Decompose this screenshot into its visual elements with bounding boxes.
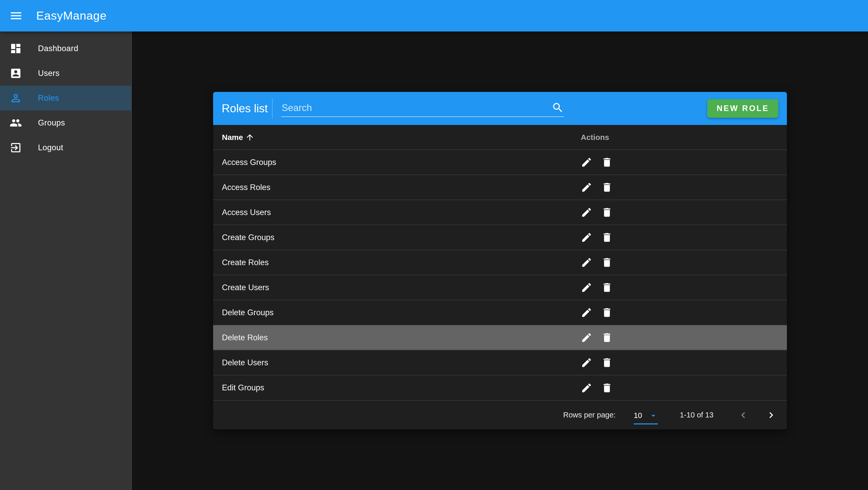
- table-row[interactable]: Create Groups: [213, 225, 787, 250]
- role-name: Delete Roles: [213, 325, 581, 350]
- delete-icon: [601, 157, 613, 168]
- role-name: Create Users: [213, 275, 581, 300]
- role-name: Access Users: [213, 200, 581, 225]
- delete-button[interactable]: [601, 357, 613, 368]
- table-header-row: Name Actions: [213, 125, 787, 150]
- delete-button[interactable]: [601, 182, 613, 193]
- sidebar-item-roles[interactable]: Roles: [0, 86, 131, 110]
- table-row[interactable]: Delete Users: [213, 350, 787, 375]
- edit-button[interactable]: [581, 157, 592, 168]
- edit-icon: [581, 282, 592, 293]
- delete-icon: [601, 182, 613, 193]
- edit-icon: [581, 382, 592, 394]
- sidebar-item-logout[interactable]: Logout: [0, 135, 131, 160]
- delete-icon: [601, 232, 613, 243]
- delete-icon: [601, 282, 613, 293]
- delete-icon: [601, 357, 613, 368]
- delete-button[interactable]: [601, 232, 613, 243]
- menu-button[interactable]: [8, 8, 24, 24]
- edit-button[interactable]: [581, 332, 592, 344]
- delete-button[interactable]: [601, 157, 613, 168]
- delete-button[interactable]: [601, 282, 613, 293]
- page-title: Roles list: [213, 102, 272, 115]
- table-row[interactable]: Create Roles: [213, 250, 787, 275]
- role-name: Access Roles: [213, 175, 581, 200]
- edit-icon: [581, 332, 592, 344]
- edit-icon: [581, 157, 592, 168]
- hamburger-icon: [9, 9, 23, 23]
- chevron-left-icon: [737, 409, 749, 421]
- delete-button[interactable]: [601, 257, 613, 268]
- edit-button[interactable]: [581, 357, 592, 368]
- role-name: Edit Groups: [213, 375, 581, 400]
- edit-button[interactable]: [581, 382, 592, 394]
- edit-button[interactable]: [581, 182, 592, 193]
- chevron-right-icon: [765, 409, 777, 421]
- people-icon: [9, 117, 22, 129]
- sidebar-item-label: Roles: [38, 94, 59, 103]
- delete-button[interactable]: [601, 332, 613, 344]
- sidebar-item-label: Groups: [38, 118, 65, 128]
- sidebar-item-label: Users: [38, 69, 59, 78]
- role-name: Create Roles: [213, 250, 581, 275]
- role-name: Access Groups: [213, 150, 581, 175]
- person-outline-icon: [9, 92, 22, 104]
- table-row[interactable]: Access Users: [213, 200, 787, 225]
- header-divider: [272, 98, 273, 119]
- edit-button[interactable]: [581, 257, 592, 268]
- logout-icon: [9, 141, 22, 154]
- column-header-actions: Actions: [581, 125, 787, 150]
- search-icon[interactable]: [552, 101, 564, 114]
- delete-button[interactable]: [601, 206, 613, 218]
- edit-icon: [581, 257, 592, 268]
- search-input[interactable]: [281, 102, 552, 116]
- top-app-bar: EasyManage: [0, 0, 868, 32]
- table-row[interactable]: Edit Groups: [213, 375, 787, 400]
- edit-button[interactable]: [581, 307, 592, 318]
- rows-per-page-value: 10: [634, 411, 642, 420]
- account-box-icon: [9, 67, 22, 79]
- edit-button[interactable]: [581, 232, 592, 243]
- card-header: Roles list NEW ROLE: [213, 92, 787, 125]
- table-row[interactable]: Create Users: [213, 275, 787, 300]
- sidebar-item-dashboard[interactable]: Dashboard: [0, 36, 131, 61]
- roles-table: Name Actions Access Groups Access Roles: [213, 125, 787, 400]
- role-name: Create Groups: [213, 225, 581, 250]
- edit-icon: [581, 307, 592, 318]
- delete-icon: [601, 206, 613, 218]
- rows-per-page-label: Rows per page:: [563, 411, 616, 419]
- table-row[interactable]: Access Roles: [213, 175, 787, 200]
- search-field: [281, 100, 564, 117]
- table-row[interactable]: Delete Groups: [213, 300, 787, 325]
- edit-icon: [581, 182, 592, 193]
- edit-icon: [581, 206, 592, 218]
- column-header-name-label: Name: [222, 133, 243, 141]
- delete-icon: [601, 332, 613, 344]
- edit-icon: [581, 357, 592, 368]
- rows-per-page-select[interactable]: 10: [634, 411, 658, 424]
- delete-button[interactable]: [601, 307, 613, 318]
- sort-ascending-icon: [245, 133, 254, 142]
- role-name: Delete Groups: [213, 300, 581, 325]
- app-title: EasyManage: [36, 9, 107, 23]
- role-name: Delete Users: [213, 350, 581, 375]
- table-row[interactable]: Delete Roles: [213, 325, 787, 350]
- edit-button[interactable]: [581, 206, 592, 218]
- sidebar-item-users[interactable]: Users: [0, 61, 131, 86]
- new-role-button[interactable]: NEW ROLE: [707, 99, 778, 118]
- table-row[interactable]: Access Groups: [213, 150, 787, 175]
- edit-button[interactable]: [581, 282, 592, 293]
- pagination-bar: Rows per page: 10 1-10 of 13: [213, 400, 787, 429]
- sidebar-item-label: Dashboard: [38, 44, 78, 53]
- page-range-label: 1-10 of 13: [680, 411, 714, 419]
- dropdown-arrow-icon: [649, 411, 658, 420]
- column-header-name[interactable]: Name: [213, 125, 581, 150]
- delete-icon: [601, 307, 613, 318]
- sidebar-item-groups[interactable]: Groups: [0, 110, 131, 135]
- sidebar-item-label: Logout: [38, 143, 63, 152]
- roles-card: Roles list NEW ROLE Name Actions: [213, 92, 787, 429]
- dashboard-icon: [9, 42, 22, 55]
- next-page-button[interactable]: [765, 409, 777, 421]
- delete-button[interactable]: [601, 382, 613, 394]
- previous-page-button[interactable]: [737, 409, 749, 421]
